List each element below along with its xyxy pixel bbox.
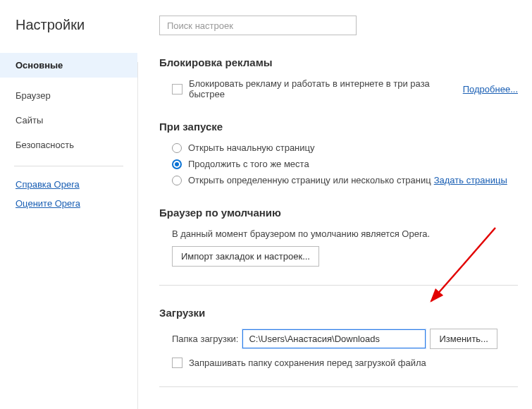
section-divider xyxy=(159,285,518,286)
section-downloads: Загрузки Папка загрузки: Изменить... Зап… xyxy=(159,307,518,368)
label-startup-homepage: Открыть начальную страницу xyxy=(188,142,315,153)
section-title-default-browser: Браузер по умолчанию xyxy=(159,207,518,219)
sidebar-link-rate[interactable]: Оцените Opera xyxy=(0,194,137,213)
section-adblock: Блокировка рекламы Блокировать рекламу и… xyxy=(159,56,518,99)
sidebar-item-basic[interactable]: Основные xyxy=(0,53,137,78)
default-browser-desc: В данный момент браузером по умолчанию я… xyxy=(172,228,518,239)
sidebar-divider xyxy=(14,166,123,166)
sidebar-item-security[interactable]: Безопасность xyxy=(0,133,137,157)
section-startup: При запуске Открыть начальную страницу П… xyxy=(159,121,518,185)
sidebar-item-sites[interactable]: Сайты xyxy=(0,108,137,133)
change-folder-button[interactable]: Изменить... xyxy=(430,329,497,349)
page-title: Настройки xyxy=(0,13,137,53)
section-title-adblock: Блокировка рекламы xyxy=(159,56,518,68)
link-adblock-more[interactable]: Подробнее... xyxy=(463,84,518,94)
download-folder-label: Папка загрузки: xyxy=(172,334,238,344)
checkbox-ask-folder[interactable] xyxy=(172,358,183,368)
download-path-input[interactable] xyxy=(242,329,426,348)
settings-content: Блокировка рекламы Блокировать рекламу и… xyxy=(138,0,532,409)
section-title-startup: При запуске xyxy=(159,121,518,133)
label-ask-folder: Запрашивать папку сохранения перед загру… xyxy=(189,358,426,368)
checkbox-block-ads[interactable] xyxy=(172,84,183,94)
label-startup-continue: Продолжить с того же места xyxy=(188,159,309,169)
radio-startup-continue[interactable] xyxy=(172,159,182,169)
radio-startup-homepage[interactable] xyxy=(172,143,182,153)
link-set-pages[interactable]: Задать страницы xyxy=(434,175,507,185)
settings-sidebar: Настройки Основные Браузер Сайты Безопас… xyxy=(0,0,137,409)
radio-startup-pages[interactable] xyxy=(172,176,182,185)
label-block-ads: Блокировать рекламу и работать в интерне… xyxy=(189,78,460,99)
search-input[interactable] xyxy=(159,16,357,35)
sidebar-item-browser[interactable]: Браузер xyxy=(0,83,137,108)
import-button[interactable]: Импорт закладок и настроек... xyxy=(172,246,319,267)
section-title-downloads: Загрузки xyxy=(159,307,518,319)
section-divider-2 xyxy=(159,386,518,387)
section-default-browser: Браузер по умолчанию В данный момент бра… xyxy=(159,207,518,267)
label-startup-pages: Открыть определенную страницу или нескол… xyxy=(188,175,431,185)
sidebar-link-help[interactable]: Справка Opera xyxy=(0,175,137,194)
